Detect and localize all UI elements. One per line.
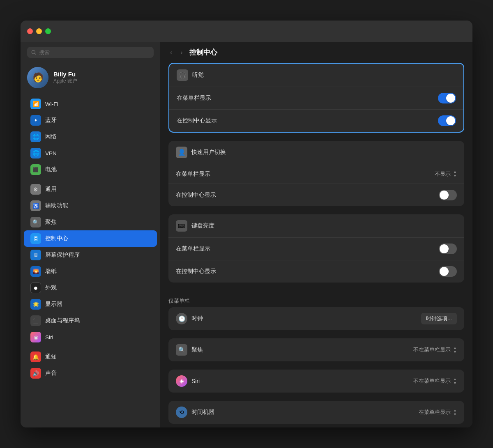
- siri-select[interactable]: 不在菜单栏显示 ▲ ▼: [413, 377, 457, 385]
- section-timemachine: ⟲ 时间机器 在菜单栏显示 ▲ ▼: [168, 401, 464, 424]
- sidebar-item-label: 辅助功能: [45, 202, 68, 209]
- select-arrows: ▲ ▼: [453, 409, 457, 416]
- kb-section-icon: ⌨: [176, 220, 187, 232]
- fus-menubar-value: 不显示: [435, 170, 451, 178]
- sidebar-item-label: 聚焦: [45, 218, 57, 226]
- clock-options-button[interactable]: 时钟选项...: [421, 313, 457, 324]
- fus-menubar-label: 在菜单栏显示: [176, 170, 210, 178]
- hearing-menubar-toggle[interactable]: [438, 93, 456, 103]
- select-arrows: ▲ ▼: [453, 170, 457, 178]
- bluetooth-icon: ✦: [30, 115, 41, 126]
- forward-button[interactable]: ›: [179, 48, 184, 57]
- sidebar-item-label: VPN: [45, 150, 57, 156]
- spotlight-row: 🔍 聚焦 不在菜单栏显示 ▲ ▼: [168, 338, 464, 361]
- sidebar-item-sound[interactable]: 🔊 声音: [24, 365, 157, 381]
- sidebar-item-screensaver[interactable]: 🖥 屏幕保护程序: [24, 247, 157, 263]
- spotlight-value: 不在菜单栏显示: [413, 346, 451, 354]
- search-bar[interactable]: [27, 47, 154, 58]
- fus-control-row: 在控制中心显示: [168, 184, 464, 206]
- fus-menubar-select[interactable]: 不显示 ▲ ▼: [435, 170, 457, 178]
- fus-control-toggle[interactable]: [439, 190, 457, 200]
- user-profile[interactable]: 🧑 Billy Fu Apple 账户: [21, 63, 160, 96]
- siri-row: ◉ Siri 不在菜单栏显示 ▲ ▼: [168, 370, 464, 393]
- sidebar-item-focus[interactable]: 🔍 聚焦: [24, 214, 157, 230]
- sidebar-item-label: 通知: [45, 353, 57, 361]
- main-content: 🧑 Billy Fu Apple 账户 📶 Wi-Fi ✦ 蓝牙 🌐 网络: [21, 42, 472, 427]
- toggle-thumb: [440, 244, 449, 253]
- sidebar-item-bluetooth[interactable]: ✦ 蓝牙: [24, 112, 157, 129]
- titlebar: [21, 21, 472, 42]
- sidebar-item-battery[interactable]: ⬛ 电池: [24, 161, 157, 178]
- sidebar-item-appearance[interactable]: ● 外观: [24, 280, 157, 296]
- sidebar-item-general[interactable]: ⚙ 通用: [24, 181, 157, 198]
- spotlight-icon: 🔍: [176, 344, 187, 356]
- avatar: 🧑: [27, 67, 48, 88]
- control-center-icon: 🎛: [30, 233, 41, 244]
- timemachine-label: 时间机器: [191, 409, 214, 416]
- kb-control-toggle[interactable]: [439, 266, 457, 277]
- sidebar-item-label: 显示器: [45, 301, 62, 308]
- spotlight-select[interactable]: 不在菜单栏显示 ▲ ▼: [413, 346, 457, 354]
- timemachine-row: ⟲ 时间机器 在菜单栏显示 ▲ ▼: [168, 401, 464, 424]
- minimize-button[interactable]: [36, 28, 42, 34]
- toggle-thumb: [440, 267, 449, 276]
- content-body: 🎧 听觉 在菜单栏显示 在控制中心显示: [160, 63, 472, 427]
- toggle-thumb: [440, 191, 449, 200]
- user-subtitle: Apple 账户: [53, 78, 77, 85]
- search-icon: [31, 50, 37, 55]
- section-kb-header: ⌨ 键盘亮度: [168, 214, 464, 238]
- network-icon: 🌐: [30, 131, 41, 142]
- hearing-control-row: 在控制中心显示: [169, 110, 463, 132]
- kb-menubar-row: 在菜单栏显示: [168, 238, 464, 260]
- sidebar-item-control-center[interactable]: 🎛 控制中心: [24, 230, 157, 247]
- maximize-button[interactable]: [45, 28, 51, 34]
- sidebar-item-accessibility[interactable]: ♿ 辅助功能: [24, 198, 157, 214]
- hearing-section-title: 听觉: [192, 71, 204, 79]
- sidebar-item-label: 桌面与程序坞: [45, 317, 80, 324]
- toggle-thumb: [446, 94, 455, 103]
- focus-icon: 🔍: [30, 217, 41, 227]
- notification-icon: 🔔: [30, 352, 41, 362]
- close-button[interactable]: [27, 28, 33, 34]
- sidebar-item-siri[interactable]: ◉ Siri: [24, 329, 157, 345]
- appearance-icon: ●: [30, 283, 41, 293]
- sound-icon: 🔊: [30, 368, 41, 379]
- sidebar-item-label: Siri: [45, 334, 53, 340]
- section-hearing-header: 🎧 听觉: [169, 64, 463, 87]
- screensaver-icon: 🖥: [30, 250, 41, 260]
- wallpaper-icon: 🌄: [30, 266, 41, 277]
- sidebar-item-label: 外观: [45, 284, 57, 292]
- display-icon: 🌟: [30, 299, 41, 310]
- kb-menubar-toggle[interactable]: [439, 244, 457, 254]
- sidebar-item-label: 电池: [45, 166, 57, 173]
- traffic-lights: [27, 28, 51, 34]
- sidebar-item-label: 网络: [45, 133, 57, 140]
- sidebar-item-wifi[interactable]: 📶 Wi-Fi: [24, 96, 157, 112]
- search-input[interactable]: [39, 49, 150, 55]
- sidebar-item-notification[interactable]: 🔔 通知: [24, 349, 157, 365]
- general-icon: ⚙: [30, 184, 41, 195]
- sidebar-item-label: Wi-Fi: [45, 101, 58, 107]
- sidebar-item-label: 蓝牙: [45, 117, 57, 124]
- user-name: Billy Fu: [53, 71, 77, 78]
- section-fast-user-switch: 👤 快速用户切换 在菜单栏显示 不显示 ▲ ▼: [168, 141, 464, 206]
- user-info: Billy Fu Apple 账户: [53, 71, 77, 85]
- sidebar-item-label: 通用: [45, 186, 57, 193]
- kb-menubar-label: 在菜单栏显示: [176, 245, 210, 253]
- hearing-control-toggle[interactable]: [438, 115, 456, 126]
- fus-control-label: 在控制中心显示: [176, 191, 216, 199]
- section-clock: 🕐 时钟 时钟选项...: [168, 307, 464, 330]
- sidebar-item-vpn[interactable]: 🌐 VPN: [24, 145, 157, 161]
- back-button[interactable]: ‹: [168, 48, 174, 57]
- svg-line-1: [35, 53, 36, 55]
- kb-control-label: 在控制中心显示: [176, 268, 216, 275]
- sidebar-item-network[interactable]: 🌐 网络: [24, 129, 157, 145]
- content-header: ‹ › 控制中心: [160, 42, 472, 63]
- timemachine-icon: ⟲: [176, 407, 187, 418]
- sidebar-item-display[interactable]: 🌟 显示器: [24, 296, 157, 312]
- clock-label: 时钟: [191, 315, 203, 322]
- kb-section-title: 键盘亮度: [191, 222, 214, 230]
- sidebar-item-wallpaper[interactable]: 🌄 墙纸: [24, 263, 157, 280]
- sidebar-item-dock[interactable]: ⬛ 桌面与程序坞: [24, 312, 157, 329]
- timemachine-select[interactable]: 在菜单栏显示 ▲ ▼: [419, 409, 457, 416]
